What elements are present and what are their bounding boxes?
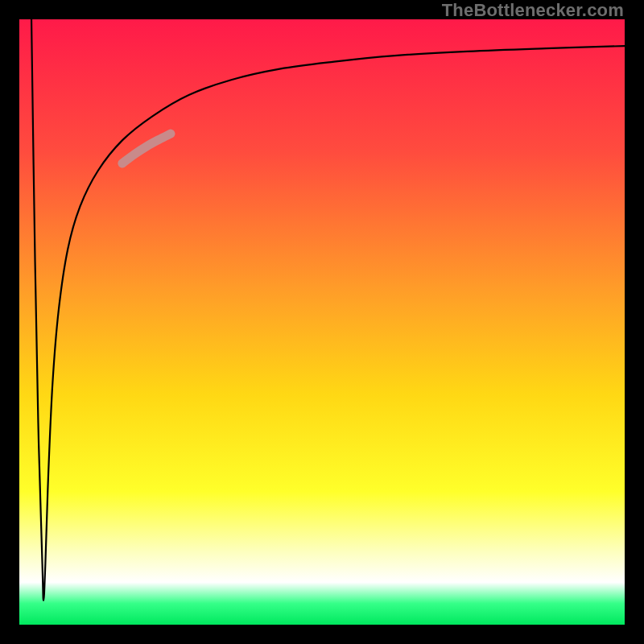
chart-svg	[19, 19, 625, 625]
gradient-background	[19, 19, 625, 625]
watermark-text: TheBottlenecker.com	[442, 0, 624, 21]
chart-frame: TheBottlenecker.com	[0, 0, 644, 644]
plot-area	[19, 19, 625, 625]
